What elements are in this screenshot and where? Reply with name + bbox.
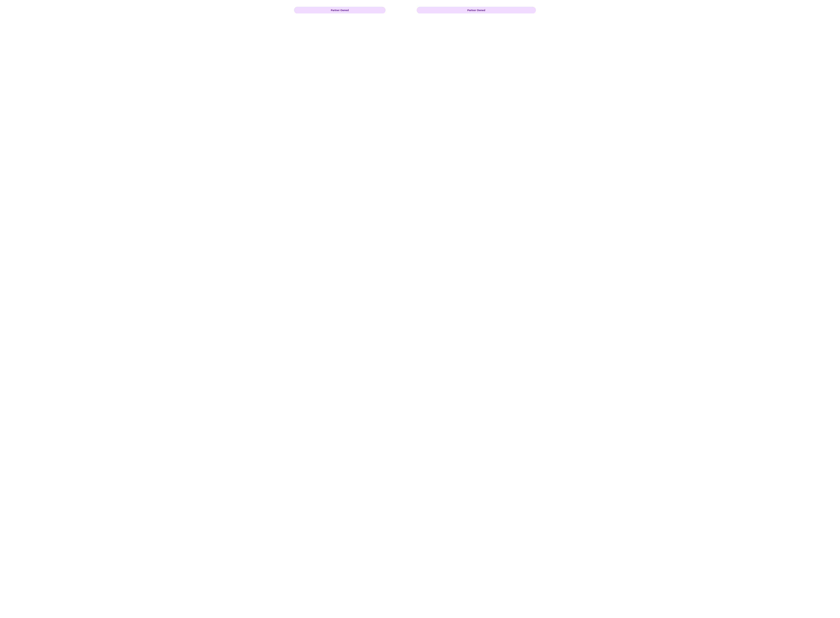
partner-owned-bar-right: Partner Owned: [417, 7, 536, 13]
partner-owned-bar-left: Partner Owned: [294, 7, 385, 13]
